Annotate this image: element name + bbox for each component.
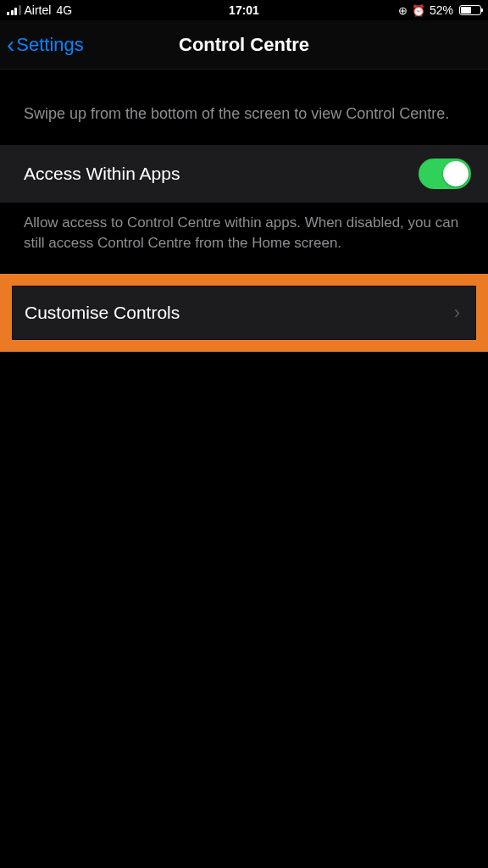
access-within-apps-row: Access Within Apps	[0, 145, 488, 203]
network-type-label: 4G	[56, 3, 72, 17]
customise-controls-row[interactable]: Customise Controls ›	[12, 286, 476, 340]
carrier-label: Airtel	[25, 3, 52, 17]
battery-icon	[459, 5, 481, 15]
back-button[interactable]: ‹ Settings	[0, 33, 84, 57]
back-label: Settings	[16, 34, 84, 56]
intro-description: Swipe up from the bottom of the screen t…	[0, 70, 488, 145]
alarm-icon: ⏰	[412, 4, 425, 17]
status-left: Airtel 4G	[7, 3, 72, 17]
access-within-apps-toggle[interactable]	[419, 159, 471, 189]
orientation-lock-icon: ⊕	[398, 4, 408, 17]
page-title: Control Centre	[179, 34, 309, 56]
chevron-left-icon: ‹	[7, 33, 14, 57]
highlight-annotation: Customise Controls ›	[0, 274, 488, 352]
navigation-bar: ‹ Settings Control Centre	[0, 20, 488, 70]
access-within-apps-label: Access Within Apps	[24, 164, 180, 184]
status-right: ⊕ ⏰ 52%	[398, 3, 481, 17]
clock: 17:01	[229, 3, 259, 17]
access-within-apps-footer: Allow access to Control Centre within ap…	[0, 203, 488, 274]
customise-controls-label: Customise Controls	[25, 303, 180, 323]
signal-strength-icon	[7, 5, 21, 15]
status-bar: Airtel 4G 17:01 ⊕ ⏰ 52%	[0, 0, 488, 20]
toggle-knob	[443, 161, 469, 186]
battery-percent-label: 52%	[430, 3, 453, 17]
chevron-right-icon: ›	[454, 302, 460, 324]
